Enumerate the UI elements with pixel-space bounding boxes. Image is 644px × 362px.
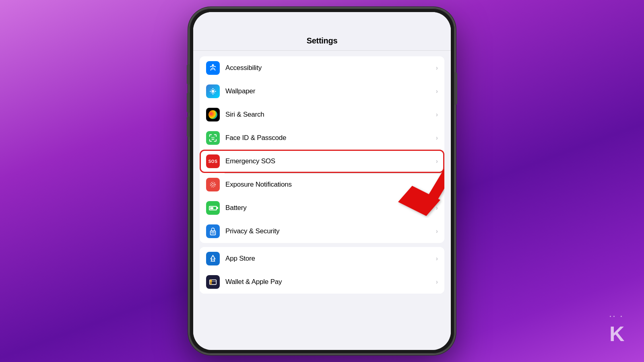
- appstore-label: App Store: [225, 255, 433, 263]
- settings-row-wallet[interactable]: Wallet & Apple Pay ›: [200, 270, 444, 294]
- appstore-chevron: ›: [436, 255, 438, 262]
- appstore-icon: [208, 254, 217, 263]
- battery-chevron: ›: [436, 204, 438, 212]
- battery-icon-container: [206, 201, 220, 215]
- exposure-label: Exposure Notifications: [225, 181, 433, 189]
- svg-point-12: [212, 183, 214, 186]
- svg-point-6: [211, 89, 212, 90]
- wallpaper-chevron: ›: [436, 88, 438, 95]
- privacy-icon-container: [206, 224, 220, 238]
- siri-chevron: ›: [436, 111, 438, 118]
- wallet-label: Wallet & Apple Pay: [225, 278, 433, 286]
- exposure-icon-container: [206, 178, 220, 191]
- svg-point-0: [212, 64, 214, 66]
- settings-body: Accessibility ›: [193, 51, 451, 350]
- settings-content: Settings Accessibility: [193, 12, 451, 350]
- svg-point-3: [213, 93, 214, 95]
- settings-row-faceid[interactable]: Face ID & Passcode ›: [200, 126, 444, 150]
- settings-row-privacy[interactable]: Privacy & Security ›: [200, 220, 444, 243]
- svg-point-7: [214, 89, 215, 90]
- siri-icon: [208, 110, 217, 119]
- faceid-icon-container: [206, 131, 220, 145]
- wallet-icon-container: [206, 275, 220, 289]
- settings-title: Settings: [307, 36, 338, 45]
- wallpaper-label: Wallpaper: [225, 87, 433, 95]
- appstore-icon-container: [206, 252, 220, 265]
- faceid-label: Face ID & Passcode: [225, 134, 433, 142]
- wallet-chevron: ›: [436, 278, 438, 286]
- wallpaper-icon: [208, 87, 217, 96]
- settings-row-accessibility[interactable]: Accessibility ›: [200, 56, 444, 80]
- sos-icon: SOS: [208, 159, 218, 164]
- accessibility-icon-container: [206, 61, 220, 75]
- sos-icon-container: SOS: [206, 154, 220, 168]
- exposure-icon: [208, 180, 217, 189]
- battery-fill: [210, 207, 213, 209]
- privacy-label: Privacy & Security: [225, 227, 433, 235]
- settings-row-siri[interactable]: Siri & Search ›: [200, 103, 444, 126]
- watermark-dots: ·· ·: [609, 313, 624, 321]
- svg-point-5: [215, 91, 216, 92]
- svg-point-13: [211, 182, 216, 187]
- emergency-sos-chevron: ›: [436, 158, 438, 165]
- svg-point-8: [211, 93, 212, 93]
- battery-label: Battery: [225, 204, 433, 212]
- accessibility-chevron: ›: [436, 64, 438, 72]
- settings-row-exposure[interactable]: Exposure Notifications ›: [200, 173, 444, 196]
- faceid-chevron: ›: [436, 134, 438, 142]
- settings-row-battery[interactable]: Battery ›: [200, 196, 444, 220]
- settings-group-2: App Store ›: [200, 247, 444, 294]
- svg-point-9: [214, 93, 215, 93]
- wallpaper-icon-container: [206, 84, 220, 98]
- wallet-icon: [208, 278, 217, 286]
- exposure-chevron: ›: [436, 181, 438, 188]
- siri-label: Siri & Search: [225, 111, 433, 119]
- svg-rect-17: [210, 280, 212, 282]
- svg-point-4: [210, 91, 211, 92]
- watermark-letter: K: [609, 322, 624, 346]
- phone-frame: Settings Accessibility: [189, 8, 455, 354]
- settings-group-1: Accessibility ›: [200, 56, 444, 243]
- accessibility-icon: [208, 64, 217, 72]
- faceid-icon: [208, 134, 217, 142]
- settings-row-wallpaper[interactable]: Wallpaper ›: [200, 80, 444, 103]
- siri-icon-container: [206, 108, 220, 121]
- settings-row-emergency-sos[interactable]: SOS Emergency SOS ›: [200, 150, 444, 173]
- svg-point-2: [213, 88, 214, 89]
- phone-screen: Settings Accessibility: [193, 12, 451, 350]
- accessibility-label: Accessibility: [225, 64, 433, 72]
- privacy-icon: [208, 227, 217, 236]
- battery-icon: [209, 206, 217, 210]
- svg-point-1: [211, 90, 214, 93]
- knowtechie-watermark: ·· · K: [609, 313, 624, 346]
- privacy-chevron: ›: [436, 228, 438, 235]
- emergency-sos-label: Emergency SOS: [225, 157, 433, 165]
- settings-row-appstore[interactable]: App Store ›: [200, 247, 444, 270]
- settings-header: Settings: [193, 12, 451, 51]
